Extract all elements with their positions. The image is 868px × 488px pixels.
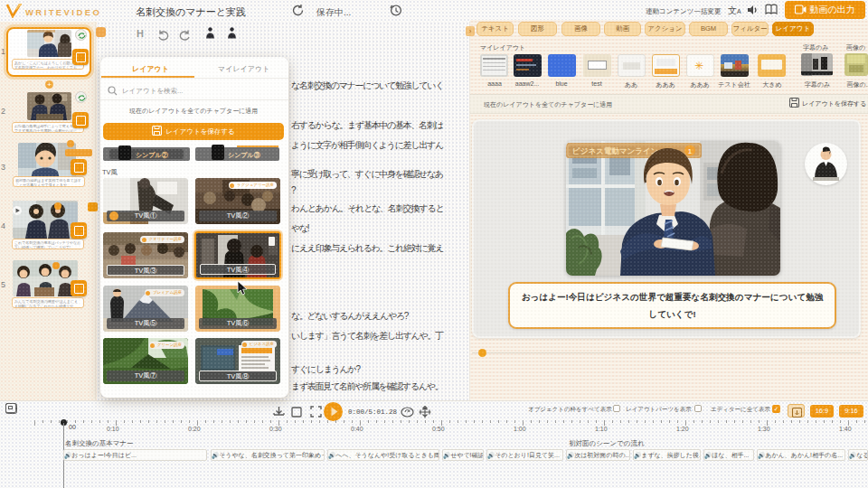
svg-text:1: 1 — [688, 147, 693, 155]
